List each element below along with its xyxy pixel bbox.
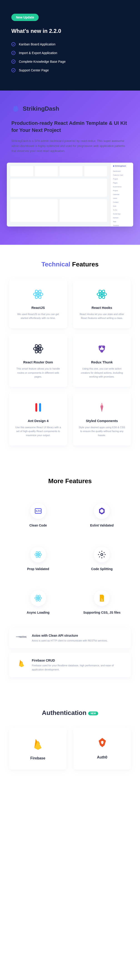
- more-feature-card: Eslint Validated: [73, 496, 131, 534]
- feature-desc: Using this one, you can write action cre…: [77, 367, 127, 379]
- feature-icon: [30, 503, 46, 519]
- preview-menu-item: Note: [113, 204, 131, 208]
- feature-desc: Firebase used for your Realtime database…: [32, 663, 124, 671]
- product-headline: Production-ready React Admin Template & …: [0, 120, 140, 134]
- preview-menu-item: Timeline: [113, 224, 131, 226]
- preview-menu-item: To Do: [113, 208, 131, 212]
- dashboard-preview: ◆ StrikingDash DashboardFeatures CardPro…: [7, 163, 133, 226]
- wide-feature-card: ⟶axiosAxios with Clean API structureAxio…: [9, 628, 131, 649]
- feature-icon: [31, 288, 45, 301]
- svg-point-19: [38, 554, 39, 555]
- svg-rect-16: [39, 403, 41, 412]
- feature-card: ReactJSWe used ReactJS so that you can g…: [9, 280, 67, 328]
- feature-icon: [95, 401, 109, 414]
- svg-point-0: [37, 293, 39, 295]
- new-update-badge: New Update: [11, 14, 39, 21]
- svg-text:⟶axios: ⟶axios: [16, 635, 27, 638]
- preview-menu-item: Calendar: [113, 192, 131, 196]
- check-icon: [11, 60, 16, 64]
- feature-card: Styled ComponentsStyle your desired apps…: [73, 393, 131, 445]
- section-title: Technical Features: [9, 261, 131, 268]
- logo-text: StrikingDash: [23, 105, 59, 112]
- new-badge: NEW: [88, 711, 98, 715]
- feature-icon: [30, 590, 46, 606]
- preview-menu-item: Dashboard: [113, 169, 131, 173]
- more-feature-card: Code Splitting: [73, 540, 131, 578]
- authentication-section: AuthenticationNEW FirebaseAuth0: [0, 698, 140, 786]
- svg-point-23: [101, 554, 103, 555]
- whats-new-list: Kanban Board Application Import & Export…: [11, 40, 129, 75]
- item-label: Complete Knowledge Base Page: [19, 60, 66, 64]
- feature-title: ReactJS: [14, 306, 63, 310]
- item-label: Kanban Board Application: [19, 43, 55, 46]
- svg-point-17: [101, 404, 103, 406]
- feature-icon: [30, 547, 46, 563]
- preview-menu-item: Social App: [113, 212, 131, 216]
- feature-icon: [95, 342, 109, 356]
- hero-title: What's new in 2.2.0: [11, 28, 129, 34]
- preview-menu-item: Contact: [113, 200, 131, 204]
- feature-desc: We used ReactJS so that you can get star…: [14, 312, 63, 320]
- preview-menu-item: Project: [113, 177, 131, 181]
- check-icon: [11, 68, 16, 72]
- svg-rect-15: [35, 403, 37, 412]
- preview-menu-item: Task: [113, 220, 131, 224]
- check-icon: [11, 42, 16, 46]
- list-item: Complete Knowledge Base Page: [11, 57, 129, 66]
- svg-text:JS: JS: [101, 599, 103, 601]
- more-feature-card: Prop Validated: [9, 540, 67, 578]
- preview-menu-item: Users: [113, 196, 131, 200]
- preview-menu-item: Project: [113, 189, 131, 192]
- feature-title: Styled Components: [77, 419, 127, 423]
- item-label: Support Center Page: [19, 68, 49, 72]
- feature-icon: [95, 288, 109, 301]
- feature-icon: [31, 342, 45, 356]
- preview-menu-item: Kanban: [113, 216, 131, 220]
- preview-menu-item: Features Card: [113, 173, 131, 177]
- section-title: AuthenticationNEW: [9, 709, 131, 716]
- feature-title: Ant Design 4: [14, 419, 63, 423]
- more-features-section: More Features Clean CodeEslint Validated…: [0, 461, 140, 698]
- feature-title: Async Loading: [13, 611, 64, 614]
- wide-feature-card: Firebase CRUDFirebase used for your Real…: [9, 653, 131, 677]
- product-section: StrikingDash Production-ready React Admi…: [0, 91, 140, 245]
- more-feature-card: JSSupporting CSS, JS files: [73, 583, 131, 621]
- more-feature-card: Clean Code: [9, 496, 67, 534]
- hero-section: New Update What's new in 2.2.0 Kanban Bo…: [0, 0, 140, 91]
- list-item: Import & Export Application: [11, 49, 129, 57]
- section-title: More Features: [9, 477, 131, 485]
- feature-title: Redux Thunk: [77, 360, 127, 364]
- feature-icon: JS: [94, 590, 110, 606]
- check-icon: [11, 51, 16, 55]
- feature-desc: Axios is used as HTTP client to communic…: [32, 639, 108, 643]
- feature-desc: React Hooks let you use state and other …: [77, 312, 127, 320]
- svg-point-8: [37, 348, 39, 350]
- svg-point-24: [38, 597, 39, 599]
- logo-row: StrikingDash: [0, 104, 140, 113]
- preview-menu-item: Pages: [113, 181, 131, 185]
- technical-features-section: Technical Features ReactJSWe used ReactJ…: [0, 245, 140, 461]
- feature-icon: [31, 401, 45, 414]
- item-label: Import & Export Application: [19, 51, 57, 55]
- feature-title: Code Splitting: [76, 567, 128, 571]
- auth-title: Firebase: [14, 756, 62, 760]
- feature-title: Axios with Clean API structure: [32, 634, 108, 637]
- feature-card: Redux ThunkUsing this one, you can write…: [73, 334, 131, 387]
- auth-card: Firebase: [9, 728, 67, 770]
- feature-title: React Router Dom: [14, 360, 63, 364]
- feature-title: Clean Code: [13, 523, 64, 527]
- feature-icon: [16, 659, 27, 668]
- feature-card: React HooksReact Hooks let you use state…: [73, 280, 131, 328]
- feature-title: Firebase CRUD: [32, 659, 124, 662]
- feature-title: Supporting CSS, JS files: [76, 611, 128, 614]
- strikingdash-logo-icon: [11, 104, 20, 113]
- feature-desc: Style your desired apps using ES6 & CSS …: [77, 425, 127, 438]
- feature-title: React Hooks: [77, 306, 127, 310]
- feature-card: Ant Design 4Use this awesome React UI li…: [9, 393, 67, 445]
- feature-title: Eslint Validated: [76, 523, 128, 527]
- feature-desc: This smart feature allows you to handle …: [14, 367, 63, 379]
- feature-desc: Use this awesome React UI library with a…: [14, 425, 63, 438]
- list-item: Support Center Page: [11, 66, 129, 75]
- feature-icon: [94, 547, 110, 563]
- product-description: StrikingDash is a SPA admin dashboard po…: [0, 138, 140, 154]
